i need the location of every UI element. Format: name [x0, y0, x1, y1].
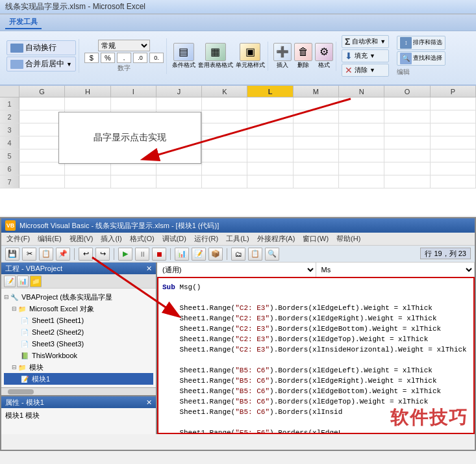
col-header-L[interactable]: L — [247, 86, 293, 97]
vba-menu-run[interactable]: 运行(R) — [194, 234, 218, 244]
tree-item-excel-objects[interactable]: ⊟ 📁 Microsoft Excel 对象 — [4, 303, 153, 315]
props-content-text: 模块1 模块 — [5, 411, 40, 419]
percent-btn[interactable]: % — [101, 53, 115, 63]
vba-menu-addins[interactable]: 外接程序(A) — [257, 234, 295, 244]
vba-menu-debug[interactable]: 调试(D) — [162, 234, 186, 244]
excel-textbox[interactable]: 晶字显示点击实现 — [58, 112, 201, 164]
vba-userform-btn[interactable]: 📊 — [175, 248, 189, 261]
tree-item-sheet2[interactable]: 📄 Sheet2 (Sheet2) — [4, 326, 153, 338]
conditional-format-btn[interactable]: ▤ 条件格式 — [172, 43, 195, 70]
number-format-dropdown[interactable]: 常规 — [98, 40, 150, 51]
autosum-btn[interactable]: Σ 自动求和 ▼ — [342, 35, 389, 48]
delete-btn[interactable]: 🗑 删除 — [294, 43, 312, 70]
col-header-P[interactable]: P — [431, 86, 476, 97]
merge-center-btn[interactable]: 合并后居中 ▼ — [6, 57, 76, 71]
tree-item-modules[interactable]: ⊟ 📁 模块 — [4, 361, 153, 373]
find-btn[interactable]: 🔍 查找和选择 — [397, 51, 445, 66]
fill-btn[interactable]: ⬇ 填充 ▼ — [342, 49, 389, 62]
toggle-folder-btn[interactable]: 📁 — [30, 276, 42, 287]
vba-paste-btn[interactable]: 📌 — [56, 248, 70, 261]
col-header-I[interactable]: I — [111, 86, 157, 97]
col-header-O[interactable]: O — [384, 86, 430, 97]
tree-label-modules: 模块 — [29, 363, 44, 372]
format-btn[interactable]: ⚙ 格式 — [315, 43, 333, 70]
number-group-label: 数字 — [118, 64, 131, 73]
auto-wrap-label: 自动换行 — [25, 42, 56, 53]
vba-module-btn[interactable]: 📝 — [192, 248, 206, 261]
view-object-btn[interactable]: 📊 — [17, 276, 29, 287]
excel-objects-icon: 📁 — [17, 303, 27, 314]
vba-menu-edit[interactable]: 编辑(E) — [38, 234, 62, 244]
decimal-dec-btn[interactable]: 0. — [149, 53, 164, 63]
vba-undo-btn[interactable]: ↩ — [79, 248, 93, 261]
table-row: 1 — [0, 97, 476, 110]
col-header-J[interactable]: J — [157, 86, 202, 97]
module1-icon: 📝 — [19, 374, 30, 384]
vba-props-panel: 属性 - 模块1 ✕ 模块1 模块 — [1, 395, 156, 434]
title-text: 线条实现晶字显示.xlsm - Microsoft Excel — [5, 1, 145, 12]
col-header-H[interactable]: H — [65, 86, 110, 97]
vba-class-btn[interactable]: 📦 — [208, 248, 223, 261]
vba-menu-tools[interactable]: 工具(L) — [226, 234, 249, 244]
cell-style-btn[interactable]: ▣ 单元格样式 — [236, 43, 265, 70]
tree-item-sheet3[interactable]: 📄 Sheet3 (Sheet3) — [4, 338, 153, 350]
props-panel-close-btn[interactable]: ✕ — [146, 398, 152, 407]
ribbon: 自动换行 合并后居中 ▼ 常规 $ % , .0 0. 数字 — [0, 31, 476, 86]
vba-project-panel-title: 工程 - VBAProject ✕ — [1, 263, 156, 274]
merge-label: 合并后居中 — [25, 58, 64, 70]
vba-menu-insert[interactable]: 插入(I) — [101, 234, 121, 244]
vba-menu-view[interactable]: 视图(V) — [69, 234, 94, 244]
vba-menu-window[interactable]: 窗口(W) — [303, 234, 329, 244]
tree-item-thisworkbook[interactable]: 📗 ThisWorkbook — [4, 350, 153, 361]
project-panel-close-btn[interactable]: ✕ — [146, 264, 152, 273]
vba-object-btn[interactable]: 🔍 — [265, 248, 279, 261]
row-header-corner — [0, 86, 19, 97]
vba-run-btn[interactable]: ▶ — [118, 248, 132, 261]
autosum-label: 自动求和 — [352, 37, 378, 46]
tree-item-module1[interactable]: 📝 模块1 — [4, 373, 153, 385]
vba-toolbar: 💾 ✂ 📋 📌 ↩ ↪ ▶ ⏸ ⏹ 📊 📝 📦 🗂 📋 🔍 行 19，列 23 — [1, 246, 475, 263]
find-label: 查找和选择 — [413, 54, 442, 62]
conditional-format-label: 条件格式 — [172, 61, 195, 70]
ribbon-tab-devtools[interactable]: 开发工具 — [5, 16, 42, 29]
currency-btn[interactable]: $ — [84, 53, 99, 63]
col-header-N[interactable]: N — [339, 86, 384, 97]
tree-item-vbaproject[interactable]: ⊟ 🔧 VBAProject (线条实现晶字显 — [4, 291, 153, 303]
tree-item-sheet1[interactable]: 📄 Sheet1 (Sheet1) — [4, 315, 153, 326]
table-format-label: 套用表格格式 — [198, 61, 233, 70]
vba-code-header: (通用) Ms — [157, 263, 475, 277]
vba-props-content: 模块1 模块 — [1, 408, 156, 423]
vba-props-btn[interactable]: 📋 — [248, 248, 262, 261]
vba-redo-btn[interactable]: ↪ — [95, 248, 110, 261]
col-header-K[interactable]: K — [202, 86, 247, 97]
vba-menu-help[interactable]: 帮助(H) — [336, 234, 360, 244]
sort-btn[interactable]: ↕ 排序和筛选 — [397, 36, 445, 50]
vba-copy-btn[interactable]: 📋 — [39, 248, 53, 261]
vba-project-btn[interactable]: 🗂 — [231, 248, 245, 261]
decimal-inc-btn[interactable]: .0 — [133, 53, 147, 63]
vba-stop-btn[interactable]: ⏹ — [152, 248, 166, 261]
vba-proc-dropdown[interactable]: Ms — [316, 263, 475, 277]
tree-label-sheet3: Sheet3 (Sheet3) — [32, 340, 84, 348]
vba-cut-btn[interactable]: ✂ — [22, 248, 36, 261]
vba-title-text: Microsoft Visual Basic - 线条实现晶字显示.xlsm -… — [19, 221, 219, 231]
modules-folder-icon: 📁 — [17, 362, 27, 372]
col-header-G[interactable]: G — [19, 86, 65, 97]
textbox-content: 晶字显示点击实现 — [94, 132, 166, 144]
scroll-thumb — [8, 389, 34, 394]
vba-toolbar-sep4 — [227, 248, 227, 260]
view-code-btn[interactable]: 📝 — [4, 276, 16, 287]
project-scrollbar[interactable] — [1, 387, 156, 395]
col-header-M[interactable]: M — [294, 86, 339, 97]
comma-btn[interactable]: , — [117, 53, 131, 63]
vba-menu-file[interactable]: 文件(F) — [6, 234, 30, 244]
vba-object-dropdown[interactable]: (通用) — [157, 263, 316, 277]
clear-btn[interactable]: ✕ 清除 ▼ — [342, 64, 389, 77]
vba-pause-btn[interactable]: ⏸ — [135, 248, 149, 261]
insert-btn[interactable]: ➕ 插入 — [273, 43, 292, 70]
auto-wrap-btn[interactable]: 自动换行 — [6, 40, 76, 55]
vba-save-btn[interactable]: 💾 — [5, 248, 19, 261]
table-format-btn[interactable]: ▦ 套用表格格式 — [198, 43, 233, 70]
vba-menu-bar: 文件(F) 编辑(E) 视图(V) 插入(I) 格式(O) 调试(D) 运行(R… — [1, 233, 475, 246]
vba-menu-format[interactable]: 格式(O) — [130, 234, 155, 244]
